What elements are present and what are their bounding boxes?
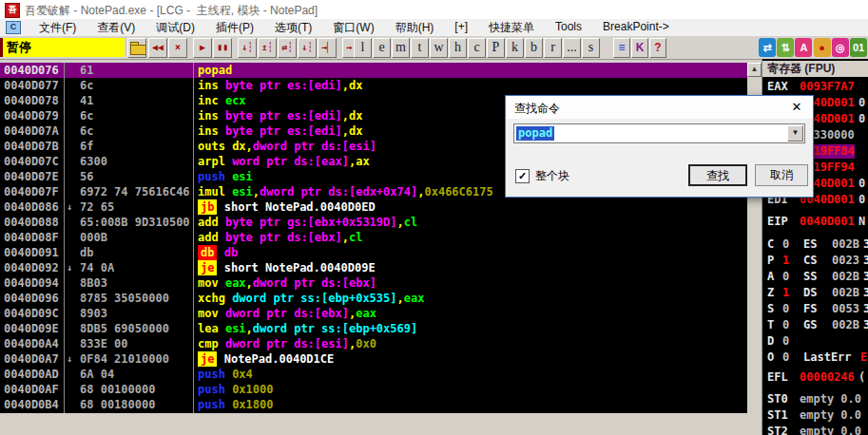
opcode-bytes-cell: 72 65 <box>80 199 192 215</box>
panel-shortcut-w-button[interactable]: w <box>430 38 448 58</box>
checkbox-label: 整个块 <box>535 168 569 184</box>
panel-shortcut-k-button[interactable]: k <box>506 38 524 58</box>
dialog-title-bar[interactable]: 查找命令 ✕ <box>506 96 813 119</box>
disasm-row-0040D091[interactable]: 0040D091dbdb db <box>0 245 747 260</box>
panel-shortcut-b-button[interactable]: b <box>525 38 543 58</box>
address-cell: 0040D086 <box>4 199 59 215</box>
command-input[interactable]: popad ▼ <box>513 123 805 143</box>
instruction-cell: lea esi,dword ptr ss:[ebp+0x569] <box>198 321 745 336</box>
restart-button[interactable]: ◀◀ <box>148 38 167 58</box>
find-command-dialog: 查找命令 ✕ popad ▼ ✓ 整个块 查找 取消 <box>505 95 814 198</box>
panel-shortcut-s-button[interactable]: s <box>582 38 600 58</box>
disasm-row-0040D0B4[interactable]: 0040D0B468 00180000push 0x1800 <box>0 397 747 412</box>
address-cell: 0040D096 <box>4 291 59 306</box>
binary-icon[interactable]: 01 <box>850 38 867 57</box>
panel-shortcut-c-button[interactable]: c <box>468 38 486 58</box>
menu-item-d[interactable]: 调试(D) <box>145 19 205 37</box>
child-window-icon[interactable]: C <box>6 21 21 34</box>
menu-item-breakpoint[interactable]: BreakPoint-> <box>592 19 680 37</box>
target-icon[interactable]: ◎ <box>832 38 849 57</box>
menu-item-t[interactable]: 选项(T) <box>264 19 322 37</box>
app-icon: 吾 <box>5 3 20 18</box>
register-row-eip[interactable]: EIP0040D001N <box>762 215 868 229</box>
panel-shortcut-h-button[interactable]: h <box>449 38 467 58</box>
instruction-cell: mov dword ptr ds:[ebx],eax <box>198 306 745 321</box>
close-program-button[interactable]: × <box>168 38 187 58</box>
panel-shortcut-e-button[interactable]: e <box>373 38 391 58</box>
address-cell: 0040D07F <box>4 184 59 199</box>
flag-row-p[interactable]: P1CS00233 <box>762 254 868 268</box>
flag-row-c[interactable]: C0ES002B3 <box>762 237 868 252</box>
execute-till-return-button[interactable]: →▏ <box>318 38 337 58</box>
windows-button[interactable]: K <box>631 38 648 58</box>
menu-item-+[interactable]: [+] <box>444 19 478 37</box>
disasm-row-0040D088[interactable]: 0040D08865:008B 9D310500add byte ptr gs:… <box>0 215 747 230</box>
disasm-row-0040D092[interactable]: 0040D092↓74 0Aje short NotePad.0040D09E <box>0 260 747 275</box>
disasm-row-0040D0A4[interactable]: 0040D0A4833E 00cmp dword ptr ds:[esi],0x… <box>0 336 747 351</box>
opcode-bytes-cell: 68 00100000 <box>80 382 192 397</box>
flag-row-s[interactable]: S0FS00533 <box>762 302 868 316</box>
fpu-row-st0[interactable]: ST0empty 0.0 <box>762 392 868 407</box>
disasm-row-0040D096[interactable]: 0040D0968785 35050000xchg dword ptr ss:[… <box>0 291 747 306</box>
disasm-row-0040D076[interactable]: 0040D07661popad <box>0 63 747 78</box>
disasm-row-0040D077[interactable]: 0040D0776cins byte ptr es:[edi],dx <box>0 78 747 93</box>
help-button[interactable]: ? <box>649 38 666 58</box>
disasm-row-0040D086[interactable]: 0040D086↓72 65jb short NotePad.0040D0ED <box>0 199 747 215</box>
step-into-button[interactable]: ↓┆ <box>238 38 257 58</box>
flag-row-z[interactable]: Z1DS002B3 <box>762 286 868 300</box>
menu-item-[interactable]: 快捷菜单 <box>478 19 545 37</box>
flag-row-d[interactable]: D0 <box>762 334 868 349</box>
opcode-bytes-cell: 6A 04 <box>80 367 192 382</box>
animate-into-button[interactable]: ⇄┆ <box>278 38 297 58</box>
panel-shortcut-P-button[interactable]: P <box>487 38 505 58</box>
exchange-icon[interactable]: ⇄ <box>759 38 776 57</box>
menu-item-p[interactable]: 插件(P) <box>205 19 264 37</box>
opcode-bytes-cell: 6c <box>80 78 192 93</box>
panel-shortcut-l-button[interactable]: l <box>354 38 372 58</box>
opcode-bytes-cell: 56 <box>80 169 192 184</box>
opcode-bytes-cell: 8DB5 69050000 <box>80 321 192 336</box>
flag-row-o[interactable]: O0LastErrE <box>762 350 868 365</box>
menu-item-tools[interactable]: Tools <box>545 19 592 37</box>
open-file-button[interactable] <box>127 38 146 58</box>
flag-row-t[interactable]: T0GS002B3 <box>762 318 868 332</box>
column-divider[interactable] <box>193 63 194 413</box>
scroll-up-button[interactable]: ▲ <box>747 63 762 77</box>
animate-over-button[interactable]: ↓┆ <box>298 38 317 58</box>
disasm-row-0040D09E[interactable]: 0040D09E8DB5 69050000lea esi,dword ptr s… <box>0 321 747 336</box>
record-icon[interactable]: ● <box>814 38 831 57</box>
disasm-row-0040D0A7[interactable]: 0040D0A7↓0F84 21010000je NotePad.0040D1C… <box>0 351 747 367</box>
disasm-row-0040D08F[interactable]: 0040D08F000Badd byte ptr ds:[ebx],cl <box>0 230 747 245</box>
panel-shortcut-dots-button[interactable]: ... <box>563 38 581 58</box>
menu-item-h[interactable]: 帮助(H) <box>385 19 445 37</box>
updown-icon[interactable]: ⇅ <box>777 38 794 57</box>
panel-shortcut-m-button[interactable]: m <box>392 38 410 58</box>
register-row-efl[interactable]: EFL00000246( <box>762 370 868 385</box>
fpu-row-st1[interactable]: ST1empty 0.0 <box>762 408 868 423</box>
panel-shortcut-r-button[interactable]: r <box>544 38 562 58</box>
address-cell: 0040D079 <box>4 108 59 123</box>
disasm-row-0040D0AD[interactable]: 0040D0AD6A 04push 0x4 <box>0 367 747 382</box>
menu-item-w[interactable]: 窗口(W) <box>322 19 384 37</box>
find-button[interactable]: 查找 <box>688 164 747 186</box>
chevron-down-icon[interactable]: ▼ <box>787 125 803 142</box>
menu-item-v[interactable]: 查看(V) <box>87 19 145 37</box>
step-over-button[interactable]: ↥┆ <box>258 38 277 58</box>
letter-a-icon[interactable]: A <box>795 38 812 57</box>
log-window-button[interactable]: ≡ <box>613 38 630 58</box>
menu-item-f[interactable]: 文件(F) <box>29 19 87 37</box>
disasm-row-0040D094[interactable]: 0040D0948B03mov eax,dword ptr ds:[ebx] <box>0 275 747 291</box>
cancel-button[interactable]: 取消 <box>755 164 808 186</box>
disasm-row-0040D09C[interactable]: 0040D09C8903mov dword ptr ds:[ebx],eax <box>0 306 747 321</box>
disasm-row-0040D0AF[interactable]: 0040D0AF68 00100000push 0x1000 <box>0 382 747 397</box>
fpu-row-st2[interactable]: ST2empty 0.0 <box>762 425 868 435</box>
flag-row-a[interactable]: A0SS002B3 <box>762 270 868 284</box>
pause-button[interactable]: ▮▮ <box>213 38 232 58</box>
close-icon[interactable]: ✕ <box>788 99 805 116</box>
entire-block-checkbox[interactable]: ✓ 整个块 <box>515 168 569 184</box>
panel-shortcut-t-button[interactable]: t <box>411 38 429 58</box>
register-row-eax[interactable]: EAX0093F7A7 <box>762 80 868 94</box>
column-divider[interactable] <box>64 63 65 413</box>
run-button[interactable]: ▶ <box>193 38 212 58</box>
checkbox-mark[interactable]: ✓ <box>515 169 530 183</box>
